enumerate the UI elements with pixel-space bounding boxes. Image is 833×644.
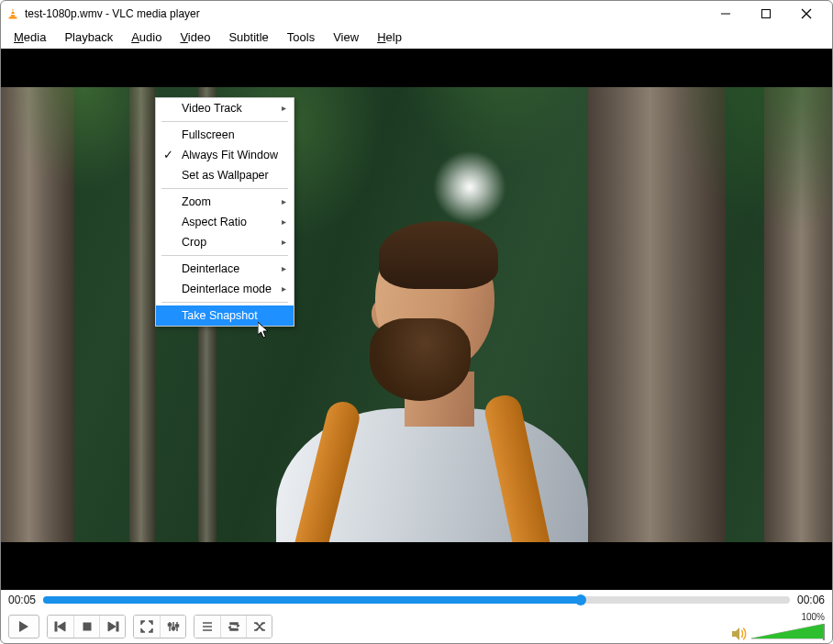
menuitem-always-fit-window[interactable]: ✓ Always Fit Window (156, 145, 294, 165)
skip-previous-icon (54, 620, 67, 633)
menuitem-video-track[interactable]: Video Track ▸ (156, 98, 294, 118)
svg-marker-11 (58, 622, 65, 631)
svg-rect-1 (11, 11, 16, 12)
svg-rect-10 (55, 622, 57, 631)
previous-button[interactable] (48, 616, 73, 638)
play-button[interactable] (8, 615, 39, 638)
play-icon (17, 620, 30, 633)
svg-rect-5 (762, 10, 771, 18)
seek-slider[interactable] (43, 596, 790, 604)
svg-rect-3 (9, 17, 17, 19)
submenu-arrow-icon: ▸ (282, 192, 286, 212)
submenu-arrow-icon: ▸ (282, 98, 286, 118)
svg-rect-2 (10, 14, 16, 15)
svg-rect-12 (83, 623, 91, 630)
window-buttons (715, 1, 828, 27)
window-title: test-1080p.wmv - VLC media player (25, 7, 715, 20)
loop-button[interactable] (220, 616, 246, 638)
fullscreen-button[interactable] (134, 616, 160, 638)
shuffle-icon (253, 620, 266, 633)
volume-percent: 100% (751, 612, 825, 622)
menuitem-deinterlace[interactable]: Deinterlace ▸ (156, 259, 294, 279)
video-subject (276, 188, 588, 542)
shuffle-button[interactable] (246, 616, 272, 638)
timebar: 00:05 00:06 (1, 590, 832, 610)
minimize-button[interactable] (715, 5, 737, 23)
svg-marker-9 (19, 621, 28, 632)
maximize-button[interactable] (755, 5, 777, 23)
menu-help[interactable]: Help (368, 28, 411, 46)
controls-bar: 100% (1, 610, 832, 643)
submenu-arrow-icon: ▸ (282, 232, 286, 252)
menu-tools[interactable]: Tools (278, 28, 324, 46)
svg-rect-27 (823, 624, 825, 640)
volume-slider[interactable] (751, 624, 825, 642)
playlist-button-group (194, 615, 272, 638)
equalizer-icon (167, 620, 180, 633)
extended-settings-button[interactable] (160, 616, 185, 638)
svg-rect-18 (168, 624, 171, 626)
volume-control: 100% (731, 612, 825, 642)
svg-marker-24 (732, 627, 739, 640)
menuitem-zoom[interactable]: Zoom ▸ (156, 192, 294, 212)
menuitem-fullscreen[interactable]: Fullscreen (156, 125, 294, 145)
svg-marker-13 (108, 622, 116, 631)
maximize-icon (761, 8, 772, 19)
close-button[interactable] (795, 5, 817, 23)
loop-icon (228, 620, 240, 633)
submenu-arrow-icon: ▸ (282, 259, 286, 279)
svg-marker-0 (10, 8, 15, 17)
skip-next-icon (106, 620, 119, 633)
submenu-arrow-icon: ▸ (282, 279, 286, 299)
check-icon: ✓ (163, 145, 173, 165)
menuitem-set-as-wallpaper[interactable]: Set as Wallpaper (156, 165, 294, 185)
menu-separator (161, 121, 288, 122)
video-frame (1, 87, 832, 542)
playlist-button[interactable] (194, 616, 220, 638)
video-area[interactable]: Video Track ▸ Fullscreen ✓ Always Fit Wi… (1, 49, 832, 590)
menubar: Media Playback Audio Video Subtitle Tool… (1, 27, 832, 49)
fullscreen-icon (140, 620, 153, 633)
menu-separator (161, 302, 288, 303)
menu-separator (161, 188, 288, 189)
menuitem-aspect-ratio[interactable]: Aspect Ratio ▸ (156, 212, 294, 232)
submenu-arrow-icon: ▸ (282, 212, 286, 232)
menu-subtitle[interactable]: Subtitle (219, 28, 277, 46)
playback-button-group (47, 615, 126, 638)
minimize-icon (720, 8, 731, 19)
menuitem-crop[interactable]: Crop ▸ (156, 232, 294, 252)
titlebar: test-1080p.wmv - VLC media player (1, 1, 832, 27)
menuitem-deinterlace-mode[interactable]: Deinterlace mode ▸ (156, 279, 294, 299)
close-icon (801, 8, 812, 19)
vlc-cone-icon (6, 7, 19, 20)
menu-playback[interactable]: Playback (55, 28, 122, 46)
menu-media[interactable]: Media (5, 28, 55, 46)
menu-audio[interactable]: Audio (122, 28, 171, 46)
speaker-icon[interactable] (731, 626, 748, 642)
svg-rect-19 (172, 627, 174, 629)
svg-rect-20 (175, 625, 178, 627)
stop-icon (81, 620, 94, 633)
menu-separator (161, 255, 288, 256)
menu-video[interactable]: Video (171, 28, 219, 46)
current-time: 00:05 (8, 594, 36, 606)
next-button[interactable] (99, 616, 125, 638)
view-button-group (133, 615, 186, 638)
video-menu-dropdown: Video Track ▸ Fullscreen ✓ Always Fit Wi… (155, 97, 294, 327)
svg-rect-14 (117, 622, 118, 631)
menu-view[interactable]: View (324, 28, 368, 46)
stop-button[interactable] (73, 616, 99, 638)
menuitem-take-snapshot[interactable]: Take Snapshot (156, 305, 294, 326)
playlist-icon (201, 620, 214, 633)
total-time: 00:06 (797, 594, 825, 606)
